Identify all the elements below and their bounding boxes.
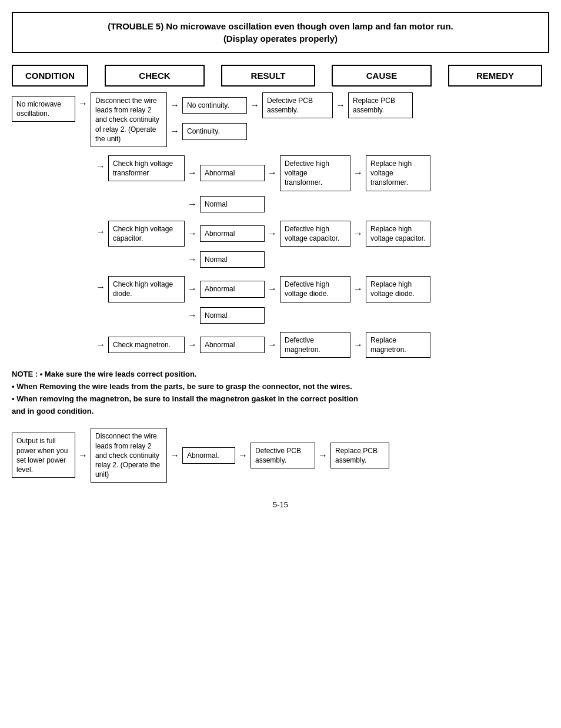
arrow-3b: →: [185, 254, 200, 265]
result-box-3b: Normal: [200, 251, 265, 268]
title-box: (TROUBLE 5) No microwave oscillation eve…: [12, 12, 549, 53]
arrow-2b: →: [185, 199, 200, 210]
arrow-4b: →: [185, 310, 200, 321]
check-box-3: Check high voltage capacitor.: [108, 221, 185, 247]
arrow-1b: →: [167, 126, 182, 137]
check-box-4: Check high voltage diode.: [108, 276, 185, 302]
arrow-4: →: [93, 282, 108, 292]
result-row-3a: → Abnormal → Defective high voltage capa…: [185, 221, 430, 247]
header-remedy: REMEDY: [448, 65, 542, 87]
remedy-box-2a: Replace high voltage transformer.: [366, 155, 430, 191]
arrow-2: →: [93, 161, 108, 172]
cause-box-3a: Defective high voltage capacitor.: [280, 221, 350, 247]
note-line2: • When Removing the wire leads from the …: [12, 381, 549, 393]
group4: → Check high voltage diode. → Abnormal →…: [93, 276, 549, 324]
cause-box-5a: Defective magnetron.: [280, 332, 350, 358]
results-col-4: → Abnormal → Defective high voltage diod…: [185, 276, 430, 324]
page-container: (TROUBLE 5) No microwave oscillation eve…: [12, 12, 549, 509]
condition-box-1: No microwave oscillation.: [12, 96, 75, 122]
check-box-5: Check magnetron.: [108, 337, 185, 353]
bottom-section: Output is full power when you set lower …: [12, 428, 549, 483]
page-number: 5-15: [12, 500, 549, 509]
cause-box-2a: Defective high voltage transformer.: [280, 155, 350, 191]
remedy-box-4a: Replace high voltage diode.: [366, 276, 430, 302]
result-row-1b: → Continuity.: [167, 123, 413, 139]
arrow-2a: →: [185, 168, 200, 178]
arrow-4a-cause: →: [265, 284, 280, 294]
arrow-2a-cause: →: [265, 168, 280, 178]
bottom-remedy-box: Replace PCB assembly.: [330, 443, 389, 468]
bottom-result-box: Abnormal.: [182, 447, 235, 464]
note-line1: NOTE : • Make sure the wire leads correc…: [12, 368, 549, 381]
bottom-arrow-1: →: [75, 450, 91, 461]
result-row-4a: → Abnormal → Defective high voltage diod…: [185, 276, 430, 302]
arrow-1a: →: [167, 100, 182, 111]
arrow-4a-remedy: →: [350, 284, 366, 294]
header-result: RESULT: [221, 65, 315, 87]
result-box-1b: Continuity.: [182, 123, 247, 139]
result-row-2b: → Normal: [185, 196, 430, 212]
group5: → Check magnetron. → Abnormal → Defectiv…: [93, 332, 549, 358]
note-section: NOTE : • Make sure the wire leads correc…: [12, 368, 549, 417]
result-box-2b: Normal: [200, 196, 265, 212]
arrow-3a: →: [185, 228, 200, 239]
result-row-1a: → No continuity. → Defective PCB assembl…: [167, 92, 413, 118]
arrow-1a-remedy: →: [333, 100, 348, 111]
arrow-5a: →: [185, 340, 200, 350]
arrow-5: →: [93, 340, 108, 350]
result-box-4a: Abnormal: [200, 281, 265, 297]
bottom-arrow-3: →: [235, 450, 251, 461]
arrow-2a-remedy: →: [350, 168, 366, 178]
title-text: (TROUBLE 5) No microwave oscillation eve…: [108, 21, 453, 44]
group1: No microwave oscillation. → Disconnect t…: [12, 92, 549, 147]
result-row-4b: → Normal: [185, 307, 430, 324]
header-check: CHECK: [105, 65, 205, 87]
bottom-arrow-2: →: [167, 450, 182, 461]
remedy-box-3a: Replace high voltage capacitor.: [366, 221, 430, 247]
arrow-5a-remedy: →: [350, 340, 366, 350]
cause-box-1a: Defective PCB assembly.: [262, 92, 333, 118]
result-row-3b: → Normal: [185, 251, 430, 268]
note-line4: and in good condition.: [12, 405, 549, 418]
bottom-arrow-4: →: [315, 450, 330, 461]
result-row-2a: → Abnormal → Defective high voltage tran…: [185, 155, 430, 191]
bottom-cause-box: Defective PCB assembly.: [251, 443, 315, 468]
group3: → Check high voltage capacitor. → Abnorm…: [93, 221, 549, 268]
result-box-4b: Normal: [200, 307, 265, 324]
result-box-5a: Abnormal: [200, 337, 265, 353]
arrow-1a-cause: →: [247, 100, 262, 111]
check-box-1: Disconnect the wire leads from relay 2 a…: [91, 92, 167, 147]
header-row: CONDITION CHECK RESULT CAUSE REMEDY: [12, 65, 549, 87]
results-col-3: → Abnormal → Defective high voltage capa…: [185, 221, 430, 268]
result-box-1a: No continuity.: [182, 97, 247, 114]
results-col-2: → Abnormal → Defective high voltage tran…: [185, 155, 430, 212]
arrow-3a-remedy: →: [350, 228, 366, 239]
check-box-2: Check high voltage transformer: [108, 155, 185, 181]
arrow-4a: →: [185, 284, 200, 294]
header-cause: CAUSE: [332, 65, 432, 87]
bottom-flow: Output is full power when you set lower …: [12, 428, 549, 483]
main-diagram: No microwave oscillation. → Disconnect t…: [12, 92, 549, 358]
remedy-box-5a: Replace magnetron.: [366, 332, 430, 358]
remedy-box-1a: Replace PCB assembly.: [348, 92, 413, 118]
note-line3: • When removing the magnetron, be sure t…: [12, 393, 549, 405]
group2: → Check high voltage transformer → Abnor…: [93, 155, 549, 212]
arrow-3: →: [93, 227, 108, 237]
arrow-1: →: [75, 98, 91, 109]
results-col-1: → No continuity. → Defective PCB assembl…: [167, 92, 413, 140]
result-box-3a: Abnormal: [200, 225, 265, 242]
bottom-check-box: Disconnect the wire leads from relay 2 a…: [91, 428, 167, 483]
bottom-condition-box: Output is full power when you set lower …: [12, 433, 75, 478]
cause-box-4a: Defective high voltage diode.: [280, 276, 350, 302]
header-condition: CONDITION: [12, 65, 88, 87]
result-box-2a: Abnormal: [200, 165, 265, 181]
arrow-3a-cause: →: [265, 228, 280, 239]
arrow-5a-cause: →: [265, 340, 280, 350]
